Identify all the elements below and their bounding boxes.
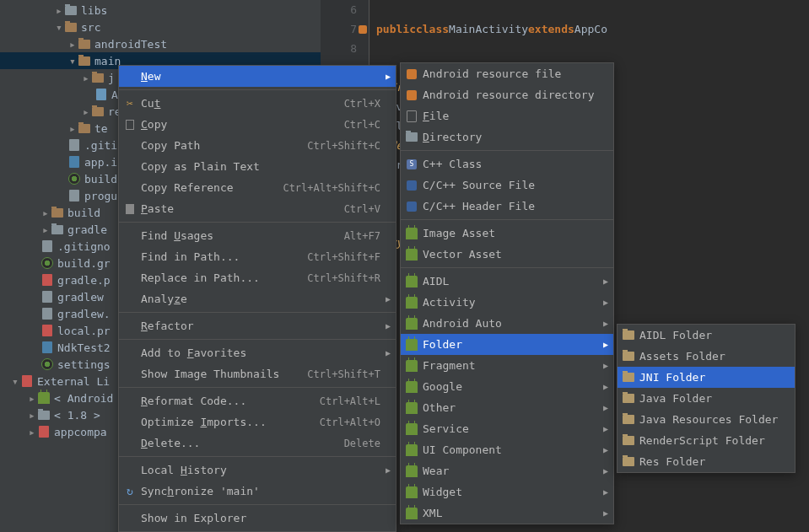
menu-item[interactable]: Directory <box>401 126 613 148</box>
menu-item[interactable]: Optimize Imports...Ctrl+Alt+O <box>119 411 396 433</box>
menu-item[interactable]: JNI Folder <box>618 367 795 388</box>
menu-item[interactable]: File <box>401 105 613 126</box>
menu-item[interactable]: Find in Path...Ctrl+Shift+F <box>119 246 396 267</box>
menu-item[interactable]: Refactor▶ <box>119 315 396 336</box>
submenu-arrow-icon: ▶ <box>386 294 391 304</box>
menu-item-label: UI Component <box>423 443 502 456</box>
menu-item[interactable]: Java Folder <box>618 388 795 409</box>
code-line: public class MainActivity extends AppCo <box>369 19 809 39</box>
menu-separator <box>119 456 396 457</box>
menu-item-label: Image Asset <box>423 227 495 239</box>
submenu-arrow-icon: ▶ <box>603 319 608 328</box>
menu-item[interactable]: C/C++ Source File <box>401 175 613 196</box>
menu-item-shortcut: Ctrl+Alt+L <box>320 395 380 407</box>
menu-item[interactable]: Service▶ <box>401 418 613 439</box>
menu-item[interactable]: Vector Asset <box>401 244 613 265</box>
tree-label: build <box>67 207 100 219</box>
menu-item-label: Fragment <box>423 359 476 372</box>
menu-item[interactable]: Find UsagesAlt+F7 <box>119 225 396 246</box>
menu-item[interactable]: Add to Favorites▶ <box>119 342 396 363</box>
menu-item[interactable]: Show Image ThumbnailsCtrl+Shift+T <box>119 363 396 384</box>
submenu-arrow-icon: ▶ <box>603 361 608 370</box>
menu-separator <box>119 504 396 505</box>
menu-item[interactable]: Wear▶ <box>401 460 613 481</box>
gutter-override-icon[interactable] <box>359 25 367 34</box>
submenu-arrow-icon: ▶ <box>603 403 608 412</box>
tree-label: gradlew. <box>57 308 111 320</box>
context-menu[interactable]: New▶✂CutCtrl+XCopyCtrl+CCopy PathCtrl+Sh… <box>118 65 396 532</box>
menu-item-label: Show Image Thumbnails <box>141 368 279 380</box>
res-icon <box>405 67 418 81</box>
menu-item[interactable]: Assets Folder <box>618 346 795 367</box>
tree-label: androidTest <box>94 38 167 51</box>
menu-item[interactable]: Copy ReferenceCtrl+Alt+Shift+C <box>119 177 396 198</box>
menu-item-label: Folder <box>423 338 462 351</box>
new-submenu[interactable]: Android resource fileAndroid resource di… <box>400 62 614 524</box>
menu-item[interactable]: Widget▶ <box>401 481 613 502</box>
menu-item[interactable]: XML▶ <box>401 502 613 524</box>
tree-label: gradlew <box>57 291 104 304</box>
menu-item[interactable]: Reformat Code...Ctrl+Alt+L <box>119 390 396 411</box>
menu-item[interactable]: CopyCtrl+C <box>119 114 396 135</box>
menu-item[interactable]: Analyze▶ <box>119 288 396 309</box>
menu-item[interactable]: Local History▶ <box>119 459 396 481</box>
menu-item[interactable]: Res Folder <box>618 451 795 472</box>
menu-item-label: Paste <box>141 202 174 215</box>
menu-item-label: C/C++ Source File <box>423 179 535 191</box>
menu-item[interactable]: C/C++ Header File <box>401 196 613 217</box>
and-icon <box>405 227 418 240</box>
tree-label: main <box>94 55 121 67</box>
menu-item[interactable]: PasteCtrl+V <box>119 198 396 219</box>
menu-item[interactable]: Other▶ <box>401 397 613 418</box>
menu-item-label: Android resource directory <box>423 89 595 101</box>
menu-item[interactable]: Java Resources Folder <box>618 409 795 430</box>
menu-item[interactable]: Folder▶ <box>401 334 613 355</box>
menu-item[interactable]: Replace in Path...Ctrl+Shift+R <box>119 267 396 288</box>
menu-item-label: Copy as Plain Text <box>141 160 260 173</box>
tree-label: src <box>81 21 100 34</box>
and-icon <box>405 507 418 520</box>
submenu-arrow-icon: ▶ <box>386 321 391 330</box>
menu-item[interactable]: Copy as Plain Text <box>119 156 396 177</box>
and-icon <box>405 359 418 373</box>
menu-item[interactable]: Android resource file <box>401 63 613 84</box>
menu-item[interactable]: Show in Explorer <box>119 508 396 529</box>
menu-item[interactable]: RenderScript Folder <box>618 430 795 451</box>
menu-item[interactable]: Fragment▶ <box>401 355 613 376</box>
menu-item-shortcut: Alt+F7 <box>344 230 380 242</box>
tree-label: < Android <box>54 392 113 405</box>
menu-separator <box>119 339 396 340</box>
menu-item[interactable]: SC++ Class <box>401 153 613 175</box>
tree-item[interactable]: ▾src <box>0 19 321 35</box>
tree-item[interactable]: ▸androidTest <box>0 35 321 52</box>
menu-item[interactable]: Delete...Delete <box>119 433 396 454</box>
menu-item-label: Vector Asset <box>423 248 502 261</box>
tree-label: app.i <box>84 156 117 169</box>
menu-item[interactable]: Android Auto▶ <box>401 313 613 334</box>
menu-item-label: Copy <box>141 118 167 131</box>
tree-item[interactable]: ▸libs <box>0 2 321 19</box>
tree-label: appcompa <box>54 426 107 438</box>
fld-icon <box>622 392 635 406</box>
menu-item[interactable]: New▶ <box>119 66 396 87</box>
menu-item-label: Android resource file <box>423 67 561 80</box>
menu-item[interactable]: AIDL Folder <box>618 325 795 346</box>
menu-item[interactable]: Copy PathCtrl+Shift+C <box>119 135 396 156</box>
menu-item-shortcut: Ctrl+Shift+C <box>307 140 380 152</box>
menu-item[interactable]: Google▶ <box>401 376 613 397</box>
menu-item[interactable]: ↻Synchronize 'main' <box>119 481 396 502</box>
submenu-arrow-icon: ▶ <box>603 508 608 518</box>
menu-item[interactable]: Android resource directory <box>401 84 613 105</box>
menu-item[interactable]: AIDL▶ <box>401 271 613 292</box>
sync-icon: ↻ <box>123 485 137 498</box>
menu-item[interactable]: ✂CutCtrl+X <box>119 93 396 114</box>
menu-item-shortcut: Ctrl+Shift+F <box>307 251 380 263</box>
menu-item-label: RenderScript Folder <box>639 434 765 447</box>
menu-item[interactable]: UI Component▶ <box>401 439 613 460</box>
menu-item-label: Widget <box>423 486 462 498</box>
menu-item[interactable]: Activity▶ <box>401 292 613 313</box>
menu-item-label: Other <box>423 401 456 414</box>
tree-label: progu <box>84 190 117 202</box>
folder-submenu[interactable]: AIDL FolderAssets FolderJNI FolderJava F… <box>617 324 796 473</box>
menu-item[interactable]: Image Asset <box>401 223 613 244</box>
